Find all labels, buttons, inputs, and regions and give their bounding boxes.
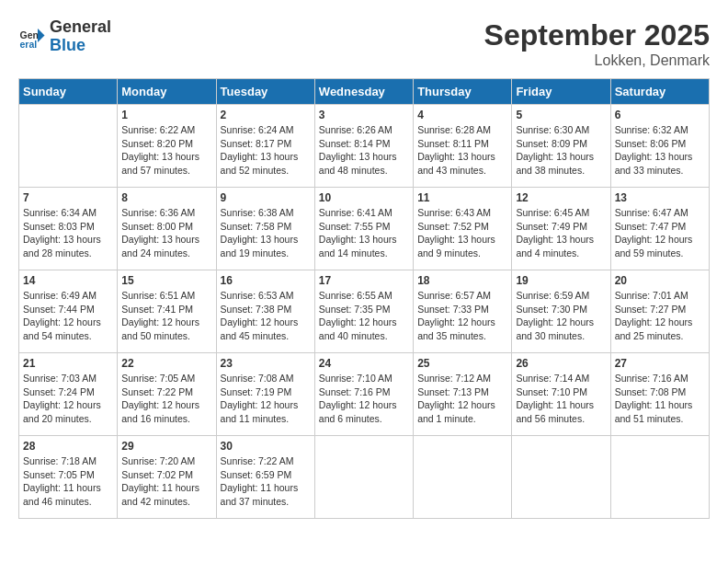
table-cell: 11Sunrise: 6:43 AMSunset: 7:52 PMDayligh… [414, 188, 512, 270]
day-number: 29 [121, 440, 211, 453]
day-detail: Sunrise: 6:53 AMSunset: 7:38 PMDaylight:… [221, 289, 311, 343]
day-detail: Sunrise: 6:28 AMSunset: 8:11 PMDaylight:… [417, 123, 507, 178]
table-cell: 21Sunrise: 7:03 AMSunset: 7:24 PMDayligh… [19, 353, 118, 436]
day-number: 5 [516, 109, 606, 121]
day-number: 4 [417, 109, 507, 121]
day-detail: Sunrise: 7:08 AMSunset: 7:19 PMDaylight:… [221, 372, 311, 426]
table-cell: 5Sunrise: 6:30 AMSunset: 8:09 PMDaylight… [512, 105, 610, 188]
table-cell: 28Sunrise: 7:18 AMSunset: 7:05 PMDayligh… [19, 436, 118, 519]
header-row: SundayMondayTuesdayWednesdayThursdayFrid… [19, 79, 710, 105]
day-detail: Sunrise: 6:32 AMSunset: 8:06 PMDaylight:… [615, 123, 705, 178]
day-number: 20 [615, 274, 705, 287]
day-detail: Sunrise: 6:43 AMSunset: 7:52 PMDaylight:… [417, 206, 507, 260]
table-cell: 8Sunrise: 6:36 AMSunset: 8:00 PMDaylight… [118, 188, 216, 270]
day-detail: Sunrise: 7:03 AMSunset: 7:24 PMDaylight:… [23, 372, 113, 426]
day-detail: Sunrise: 6:55 AMSunset: 7:35 PMDaylight:… [319, 289, 409, 343]
day-detail: Sunrise: 7:16 AMSunset: 7:08 PMDaylight:… [615, 372, 705, 426]
table-cell: 3Sunrise: 6:26 AMSunset: 8:14 PMDaylight… [314, 105, 413, 188]
table-cell: 12Sunrise: 6:45 AMSunset: 7:49 PMDayligh… [512, 188, 610, 270]
day-number: 17 [319, 274, 409, 287]
week-row-4: 21Sunrise: 7:03 AMSunset: 7:24 PMDayligh… [19, 353, 710, 436]
table-cell: 24Sunrise: 7:10 AMSunset: 7:16 PMDayligh… [314, 353, 413, 436]
day-number: 13 [615, 191, 705, 204]
calendar-subtitle: Lokken, Denmark [484, 52, 710, 69]
table-cell [610, 436, 709, 519]
day-detail: Sunrise: 7:10 AMSunset: 7:16 PMDaylight:… [319, 372, 409, 426]
day-number: 14 [23, 274, 113, 287]
table-cell: 6Sunrise: 6:32 AMSunset: 8:06 PMDaylight… [610, 105, 709, 188]
day-number: 11 [417, 191, 507, 204]
header-tuesday: Tuesday [216, 79, 314, 105]
day-number: 27 [615, 357, 705, 370]
day-detail: Sunrise: 6:24 AMSunset: 8:17 PMDaylight:… [221, 123, 311, 178]
table-cell: 26Sunrise: 7:14 AMSunset: 7:10 PMDayligh… [512, 353, 610, 436]
calendar-table: SundayMondayTuesdayWednesdayThursdayFrid… [18, 78, 710, 519]
day-number: 7 [23, 191, 113, 204]
week-row-3: 14Sunrise: 6:49 AMSunset: 7:44 PMDayligh… [19, 270, 710, 353]
day-number: 24 [319, 357, 409, 370]
table-cell: 17Sunrise: 6:55 AMSunset: 7:35 PMDayligh… [314, 270, 413, 353]
day-number: 23 [221, 357, 311, 370]
day-number: 30 [221, 440, 311, 453]
day-detail: Sunrise: 7:22 AMSunset: 6:59 PMDaylight:… [221, 454, 311, 509]
day-number: 26 [516, 357, 606, 370]
day-detail: Sunrise: 7:05 AMSunset: 7:22 PMDaylight:… [121, 372, 211, 426]
logo-icon: Gen eral [18, 23, 46, 51]
svg-text:eral: eral [20, 39, 38, 50]
day-detail: Sunrise: 7:01 AMSunset: 7:27 PMDaylight:… [615, 289, 705, 343]
week-row-5: 28Sunrise: 7:18 AMSunset: 7:05 PMDayligh… [19, 436, 710, 519]
day-detail: Sunrise: 7:18 AMSunset: 7:05 PMDaylight:… [23, 454, 113, 509]
logo-general-text: General [50, 18, 111, 37]
table-cell: 22Sunrise: 7:05 AMSunset: 7:22 PMDayligh… [118, 353, 216, 436]
day-detail: Sunrise: 6:57 AMSunset: 7:33 PMDaylight:… [417, 289, 507, 343]
day-number: 19 [516, 274, 606, 287]
day-detail: Sunrise: 6:38 AMSunset: 7:58 PMDaylight:… [221, 206, 311, 260]
table-cell: 10Sunrise: 6:41 AMSunset: 7:55 PMDayligh… [314, 188, 413, 270]
day-detail: Sunrise: 6:30 AMSunset: 8:09 PMDaylight:… [516, 123, 606, 178]
table-cell: 30Sunrise: 7:22 AMSunset: 6:59 PMDayligh… [216, 436, 314, 519]
table-cell: 27Sunrise: 7:16 AMSunset: 7:08 PMDayligh… [610, 353, 709, 436]
table-cell: 18Sunrise: 6:57 AMSunset: 7:33 PMDayligh… [414, 270, 512, 353]
table-cell: 7Sunrise: 6:34 AMSunset: 8:03 PMDaylight… [19, 188, 118, 270]
day-number: 10 [319, 191, 409, 204]
table-cell: 19Sunrise: 6:59 AMSunset: 7:30 PMDayligh… [512, 270, 610, 353]
header-saturday: Saturday [610, 79, 709, 105]
table-cell [512, 436, 610, 519]
table-cell: 1Sunrise: 6:22 AMSunset: 8:20 PMDaylight… [118, 105, 216, 188]
day-detail: Sunrise: 6:45 AMSunset: 7:49 PMDaylight:… [516, 206, 606, 260]
day-number: 12 [516, 191, 606, 204]
table-cell: 9Sunrise: 6:38 AMSunset: 7:58 PMDaylight… [216, 188, 314, 270]
table-cell [414, 436, 512, 519]
day-detail: Sunrise: 7:12 AMSunset: 7:13 PMDaylight:… [417, 372, 507, 426]
table-cell: 2Sunrise: 6:24 AMSunset: 8:17 PMDaylight… [216, 105, 314, 188]
day-number: 2 [221, 109, 311, 121]
title-block: September 2025 Lokken, Denmark [484, 18, 710, 69]
day-number: 18 [417, 274, 507, 287]
day-number: 9 [221, 191, 311, 204]
day-number: 21 [23, 357, 113, 370]
logo: Gen eral General Blue [18, 18, 111, 55]
day-detail: Sunrise: 6:51 AMSunset: 7:41 PMDaylight:… [121, 289, 211, 343]
day-detail: Sunrise: 6:41 AMSunset: 7:55 PMDaylight:… [319, 206, 409, 260]
day-detail: Sunrise: 7:20 AMSunset: 7:02 PMDaylight:… [121, 454, 211, 509]
day-number: 15 [121, 274, 211, 287]
day-number: 16 [221, 274, 311, 287]
header-friday: Friday [512, 79, 610, 105]
day-detail: Sunrise: 6:47 AMSunset: 7:47 PMDaylight:… [615, 206, 705, 260]
table-cell: 13Sunrise: 6:47 AMSunset: 7:47 PMDayligh… [610, 188, 709, 270]
day-number: 25 [417, 357, 507, 370]
table-cell: 25Sunrise: 7:12 AMSunset: 7:13 PMDayligh… [414, 353, 512, 436]
day-number: 6 [615, 109, 705, 121]
day-detail: Sunrise: 6:22 AMSunset: 8:20 PMDaylight:… [121, 123, 211, 178]
page-header: Gen eral General Blue September 2025 Lok… [18, 18, 710, 69]
table-cell: 23Sunrise: 7:08 AMSunset: 7:19 PMDayligh… [216, 353, 314, 436]
day-detail: Sunrise: 7:14 AMSunset: 7:10 PMDaylight:… [516, 372, 606, 426]
table-cell [314, 436, 413, 519]
table-cell: 15Sunrise: 6:51 AMSunset: 7:41 PMDayligh… [118, 270, 216, 353]
logo-blue-text: Blue [50, 37, 111, 55]
header-sunday: Sunday [19, 79, 118, 105]
table-cell: 16Sunrise: 6:53 AMSunset: 7:38 PMDayligh… [216, 270, 314, 353]
day-number: 3 [319, 109, 409, 121]
week-row-2: 7Sunrise: 6:34 AMSunset: 8:03 PMDaylight… [19, 188, 710, 270]
table-cell [19, 105, 118, 188]
